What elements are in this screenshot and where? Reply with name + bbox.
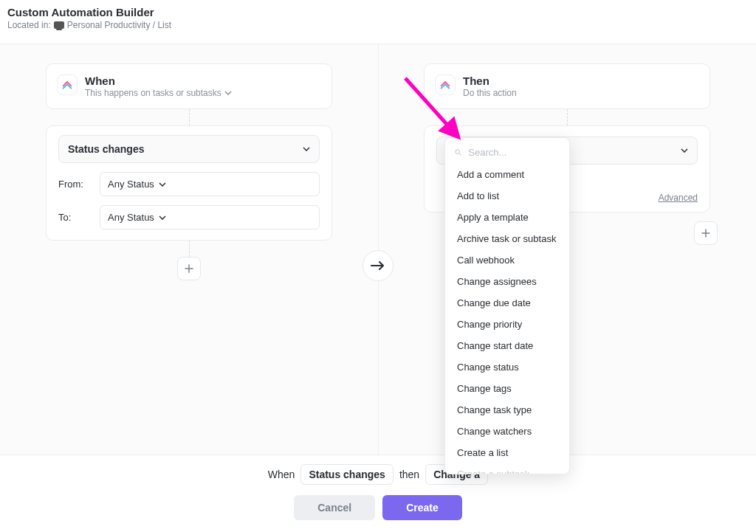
list-item[interactable]: Change tags (445, 378, 569, 399)
when-card: When This happens on tasks or subtasks (46, 63, 332, 109)
then-subtitle: Do this action (463, 88, 517, 98)
list-item[interactable]: Change priority (445, 314, 569, 335)
summary-then: then (399, 469, 419, 480)
plus-icon (185, 264, 193, 273)
connector-line (567, 109, 568, 125)
dropdown-search-row (445, 142, 569, 164)
to-status-select[interactable]: Any Status (100, 205, 320, 229)
search-icon (454, 148, 462, 157)
chevron-down-icon (224, 91, 232, 95)
plus-icon (701, 229, 710, 238)
chevron-down-icon (159, 215, 166, 220)
dropdown-list: Add a comment Add to list Apply a templa… (445, 164, 569, 474)
footer-bar: When Status changes then Change a Cancel… (0, 455, 756, 532)
chevron-down-icon (159, 182, 166, 187)
then-title: Then (463, 75, 517, 87)
chevron-down-icon (303, 147, 310, 151)
list-item[interactable]: Create a list (445, 442, 569, 463)
list-item[interactable]: Change start date (445, 335, 569, 356)
list-item[interactable]: Add to list (445, 185, 569, 207)
list-item[interactable]: Call webhook (445, 249, 569, 271)
then-card: Then Do this action (424, 63, 710, 109)
from-label: From: (58, 179, 89, 190)
app-logo-icon (435, 75, 456, 95)
from-field-row: From: Any Status (58, 172, 320, 196)
list-item[interactable]: Create a subtask (445, 463, 569, 474)
trigger-select[interactable]: Status changes (58, 135, 320, 163)
add-action-button[interactable] (694, 221, 718, 245)
dropdown-search-input[interactable] (468, 147, 562, 158)
location-path[interactable]: Personal Productivity / List (67, 20, 171, 30)
when-column: When This happens on tasks or subtasks S… (0, 44, 378, 457)
list-item[interactable]: Apply a template (445, 207, 569, 228)
from-status-select[interactable]: Any Status (100, 172, 320, 196)
summary-trigger-pill[interactable]: Status changes (300, 464, 393, 485)
add-trigger-button[interactable] (177, 257, 201, 280)
breadcrumb: Located in: Personal Productivity / List (7, 20, 749, 30)
create-button[interactable]: Create (382, 495, 462, 520)
list-item[interactable]: Add a comment (445, 164, 569, 185)
footer-buttons: Cancel Create (294, 495, 462, 520)
list-item[interactable]: Change status (445, 356, 569, 378)
trigger-label: Status changes (68, 143, 144, 155)
connector-line (189, 241, 190, 257)
list-item[interactable]: Change task type (445, 399, 569, 421)
list-item[interactable]: Change watchers (445, 421, 569, 442)
app-logo-icon (57, 75, 78, 95)
trigger-card: Status changes From: Any Status To: Any … (46, 125, 332, 241)
list-item[interactable]: Archive task or subtask (445, 228, 569, 249)
location-icon (54, 21, 64, 29)
located-in-label: Located in: (7, 20, 51, 30)
when-subtitle[interactable]: This happens on tasks or subtasks (85, 88, 232, 98)
svg-point-1 (456, 150, 460, 154)
connector-line (189, 109, 190, 125)
svg-line-2 (459, 153, 461, 156)
action-dropdown: Add a comment Add to list Apply a templa… (444, 137, 570, 474)
flow-arrow-icon (362, 250, 394, 281)
to-field-row: To: Any Status (58, 205, 320, 229)
page-header: Custom Automation Builder Located in: Pe… (0, 0, 756, 30)
list-item[interactable]: Change due date (445, 292, 569, 314)
to-label: To: (58, 212, 89, 223)
when-title: When (85, 75, 232, 87)
list-item[interactable]: Change assignees (445, 271, 569, 292)
page-title: Custom Automation Builder (7, 6, 749, 18)
summary-when: When (268, 469, 295, 480)
automation-canvas: When This happens on tasks or subtasks S… (0, 44, 756, 457)
chevron-down-icon (681, 148, 688, 153)
cancel-button[interactable]: Cancel (294, 495, 375, 520)
